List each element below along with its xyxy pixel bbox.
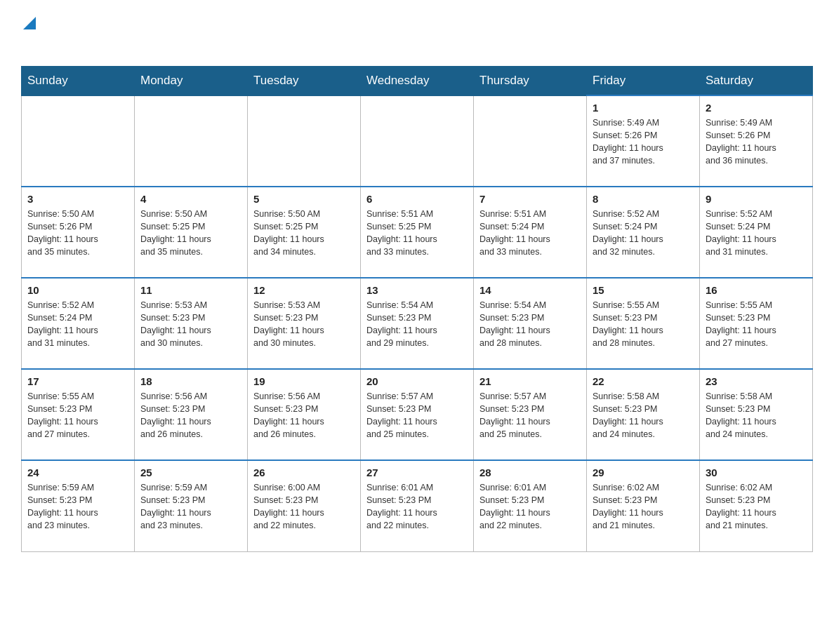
- day-number: 17: [27, 375, 128, 387]
- weekday-header-row: Sunday Monday Tuesday Wednesday Thursday…: [22, 67, 813, 96]
- day-info: Sunrise: 5:56 AMSunset: 5:23 PMDaylight:…: [253, 390, 355, 441]
- day-number: 26: [253, 467, 355, 478]
- calendar-day-cell: 29Sunrise: 6:02 AMSunset: 5:23 PMDayligh…: [587, 460, 700, 551]
- calendar-day-cell: [248, 95, 361, 187]
- day-info: Sunrise: 5:58 AMSunset: 5:23 PMDaylight:…: [593, 390, 694, 441]
- day-info: Sunrise: 6:01 AMSunset: 5:23 PMDaylight:…: [479, 481, 581, 532]
- day-info: Sunrise: 5:55 AMSunset: 5:23 PMDaylight:…: [593, 299, 694, 350]
- day-info: Sunrise: 5:57 AMSunset: 5:23 PMDaylight:…: [479, 390, 581, 441]
- day-number: 23: [706, 375, 807, 387]
- calendar-day-cell: 25Sunrise: 5:59 AMSunset: 5:23 PMDayligh…: [135, 460, 248, 551]
- calendar-day-cell: 4Sunrise: 5:50 AMSunset: 5:25 PMDaylight…: [135, 187, 248, 278]
- calendar-day-cell: 12Sunrise: 5:53 AMSunset: 5:23 PMDayligh…: [248, 278, 361, 369]
- day-number: 6: [366, 193, 468, 205]
- day-number: 16: [706, 284, 807, 296]
- day-info: Sunrise: 5:52 AMSunset: 5:24 PMDaylight:…: [706, 208, 807, 259]
- calendar-day-cell: 15Sunrise: 5:55 AMSunset: 5:23 PMDayligh…: [587, 278, 700, 369]
- day-number: 2: [706, 102, 807, 114]
- logo: [21, 14, 36, 52]
- day-info: Sunrise: 5:57 AMSunset: 5:23 PMDaylight:…: [366, 390, 468, 441]
- calendar-day-cell: 8Sunrise: 5:52 AMSunset: 5:24 PMDaylight…: [587, 187, 700, 278]
- calendar-day-cell: [474, 95, 587, 187]
- day-info: Sunrise: 5:55 AMSunset: 5:23 PMDaylight:…: [706, 299, 807, 350]
- day-info: Sunrise: 5:54 AMSunset: 5:23 PMDaylight:…: [479, 299, 581, 350]
- calendar-day-cell: 19Sunrise: 5:56 AMSunset: 5:23 PMDayligh…: [248, 369, 361, 460]
- day-number: 24: [27, 467, 128, 478]
- day-info: Sunrise: 5:53 AMSunset: 5:23 PMDaylight:…: [140, 299, 241, 350]
- calendar-day-cell: 3Sunrise: 5:50 AMSunset: 5:26 PMDaylight…: [22, 187, 135, 278]
- day-info: Sunrise: 5:58 AMSunset: 5:23 PMDaylight:…: [706, 390, 807, 441]
- calendar-day-cell: [135, 95, 248, 187]
- day-number: 10: [27, 284, 128, 296]
- day-number: 14: [479, 284, 581, 296]
- header-thursday: Thursday: [474, 67, 587, 96]
- calendar-day-cell: 5Sunrise: 5:50 AMSunset: 5:25 PMDaylight…: [248, 187, 361, 278]
- calendar-day-cell: 11Sunrise: 5:53 AMSunset: 5:23 PMDayligh…: [135, 278, 248, 369]
- header-saturday: Saturday: [700, 67, 813, 96]
- calendar-day-cell: 10Sunrise: 5:52 AMSunset: 5:24 PMDayligh…: [22, 278, 135, 369]
- calendar-day-cell: 16Sunrise: 5:55 AMSunset: 5:23 PMDayligh…: [700, 278, 813, 369]
- day-number: 30: [706, 467, 807, 478]
- header-tuesday: Tuesday: [248, 67, 361, 96]
- calendar-week-row: 1Sunrise: 5:49 AMSunset: 5:26 PMDaylight…: [22, 95, 813, 187]
- day-number: 13: [366, 284, 468, 296]
- day-number: 27: [366, 467, 468, 478]
- calendar-day-cell: [22, 95, 135, 187]
- header-sunday: Sunday: [22, 67, 135, 96]
- logo-triangle-icon: [23, 14, 36, 32]
- calendar-day-cell: 14Sunrise: 5:54 AMSunset: 5:23 PMDayligh…: [474, 278, 587, 369]
- calendar-day-cell: 22Sunrise: 5:58 AMSunset: 5:23 PMDayligh…: [587, 369, 700, 460]
- day-number: 20: [366, 375, 468, 387]
- day-number: 1: [593, 102, 694, 114]
- day-number: 18: [140, 375, 241, 387]
- day-number: 25: [140, 467, 241, 478]
- calendar-day-cell: [361, 95, 474, 187]
- calendar-table: Sunday Monday Tuesday Wednesday Thursday…: [21, 66, 813, 552]
- day-number: 9: [706, 193, 807, 205]
- day-info: Sunrise: 6:02 AMSunset: 5:23 PMDaylight:…: [593, 481, 694, 532]
- day-info: Sunrise: 5:51 AMSunset: 5:25 PMDaylight:…: [366, 208, 468, 259]
- day-number: 28: [479, 467, 581, 478]
- day-info: Sunrise: 5:50 AMSunset: 5:25 PMDaylight:…: [140, 208, 241, 259]
- day-number: 5: [253, 193, 355, 205]
- calendar-week-row: 24Sunrise: 5:59 AMSunset: 5:23 PMDayligh…: [22, 460, 813, 551]
- day-info: Sunrise: 5:53 AMSunset: 5:23 PMDaylight:…: [253, 299, 355, 350]
- day-number: 11: [140, 284, 241, 296]
- calendar-week-row: 17Sunrise: 5:55 AMSunset: 5:23 PMDayligh…: [22, 369, 813, 460]
- svg-marker-0: [23, 17, 36, 29]
- calendar-day-cell: 30Sunrise: 6:02 AMSunset: 5:23 PMDayligh…: [700, 460, 813, 551]
- day-number: 3: [27, 193, 128, 205]
- calendar-body: 1Sunrise: 5:49 AMSunset: 5:26 PMDaylight…: [22, 95, 813, 551]
- header-monday: Monday: [135, 67, 248, 96]
- header-wednesday: Wednesday: [361, 67, 474, 96]
- day-info: Sunrise: 5:55 AMSunset: 5:23 PMDaylight:…: [27, 390, 128, 441]
- day-info: Sunrise: 5:59 AMSunset: 5:23 PMDaylight:…: [27, 481, 128, 532]
- header-friday: Friday: [587, 67, 700, 96]
- day-info: Sunrise: 5:49 AMSunset: 5:26 PMDaylight:…: [706, 116, 807, 168]
- day-info: Sunrise: 5:54 AMSunset: 5:23 PMDaylight:…: [366, 299, 468, 350]
- calendar-day-cell: 7Sunrise: 5:51 AMSunset: 5:24 PMDaylight…: [474, 187, 587, 278]
- calendar-day-cell: 27Sunrise: 6:01 AMSunset: 5:23 PMDayligh…: [361, 460, 474, 551]
- calendar-day-cell: 21Sunrise: 5:57 AMSunset: 5:23 PMDayligh…: [474, 369, 587, 460]
- day-number: 7: [479, 193, 581, 205]
- day-number: 4: [140, 193, 241, 205]
- day-info: Sunrise: 5:52 AMSunset: 5:24 PMDaylight:…: [593, 208, 694, 259]
- day-number: 12: [253, 284, 355, 296]
- day-info: Sunrise: 5:59 AMSunset: 5:23 PMDaylight:…: [140, 481, 241, 532]
- calendar-day-cell: 28Sunrise: 6:01 AMSunset: 5:23 PMDayligh…: [474, 460, 587, 551]
- page-header: [21, 14, 813, 52]
- calendar-day-cell: 1Sunrise: 5:49 AMSunset: 5:26 PMDaylight…: [587, 95, 700, 187]
- calendar-header: Sunday Monday Tuesday Wednesday Thursday…: [22, 67, 813, 96]
- day-info: Sunrise: 5:51 AMSunset: 5:24 PMDaylight:…: [479, 208, 581, 259]
- day-number: 22: [593, 375, 694, 387]
- calendar-day-cell: 6Sunrise: 5:51 AMSunset: 5:25 PMDaylight…: [361, 187, 474, 278]
- day-number: 21: [479, 375, 581, 387]
- calendar-day-cell: 13Sunrise: 5:54 AMSunset: 5:23 PMDayligh…: [361, 278, 474, 369]
- day-number: 29: [593, 467, 694, 478]
- day-info: Sunrise: 5:50 AMSunset: 5:25 PMDaylight:…: [253, 208, 355, 259]
- calendar-day-cell: 18Sunrise: 5:56 AMSunset: 5:23 PMDayligh…: [135, 369, 248, 460]
- day-info: Sunrise: 6:02 AMSunset: 5:23 PMDaylight:…: [706, 481, 807, 532]
- day-info: Sunrise: 5:52 AMSunset: 5:24 PMDaylight:…: [27, 299, 128, 350]
- day-info: Sunrise: 5:50 AMSunset: 5:26 PMDaylight:…: [27, 208, 128, 259]
- calendar-day-cell: 9Sunrise: 5:52 AMSunset: 5:24 PMDaylight…: [700, 187, 813, 278]
